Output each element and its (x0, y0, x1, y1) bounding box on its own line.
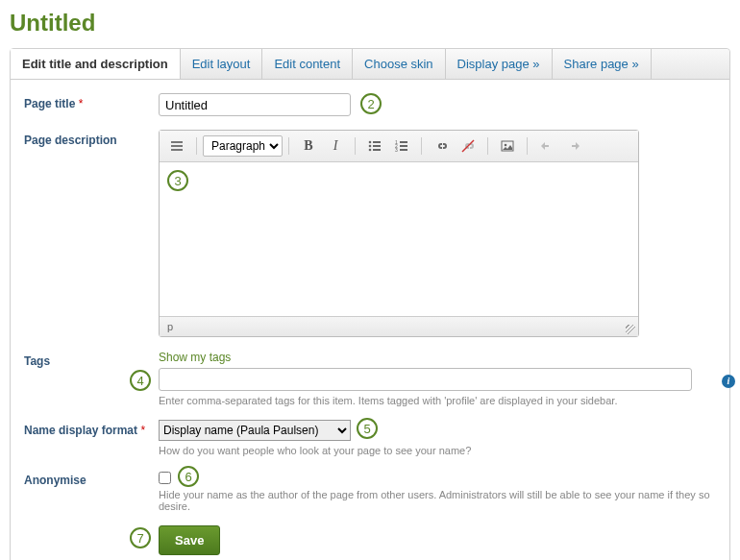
anonymise-help: Hide your name as the author of the page… (159, 489, 716, 512)
svg-text:3: 3 (395, 147, 398, 153)
page-title: Untitled (10, 10, 730, 37)
svg-rect-1 (171, 145, 183, 147)
svg-rect-6 (373, 145, 381, 147)
bullet-list-icon[interactable] (361, 134, 388, 158)
tab-edit-content[interactable]: Edit content (262, 49, 353, 79)
editor-textarea[interactable]: 3 (160, 162, 638, 316)
svg-rect-14 (400, 149, 407, 151)
name-format-help: How do you want people who look at your … (159, 445, 716, 456)
svg-rect-10 (400, 141, 407, 143)
toolbar-toggle-icon[interactable] (163, 134, 190, 158)
italic-icon[interactable]: I (322, 134, 349, 158)
resize-handle-icon[interactable] (626, 325, 635, 334)
format-select[interactable]: Paragraph (203, 135, 283, 157)
undo-icon[interactable] (533, 134, 560, 158)
redo-icon[interactable] (560, 134, 587, 158)
tab-display-page[interactable]: Display page » (446, 49, 553, 79)
editor-path: p (167, 321, 173, 332)
page-title-input[interactable] (159, 93, 351, 116)
svg-point-3 (369, 141, 372, 144)
tab-share-page[interactable]: Share page » (553, 49, 652, 79)
callout-3: 3 (167, 170, 188, 191)
svg-rect-0 (171, 141, 183, 143)
title-label: Page title * (24, 93, 159, 110)
rich-text-editor: Paragraph B I 123 (159, 130, 639, 337)
tabs-bar: Edit title and description Edit layout E… (11, 49, 729, 80)
callout-7: 7 (130, 527, 151, 548)
tab-edit-title[interactable]: Edit title and description (11, 49, 181, 79)
tab-edit-layout[interactable]: Edit layout (181, 49, 263, 79)
svg-rect-8 (373, 149, 381, 151)
callout-6: 6 (178, 466, 199, 487)
svg-point-7 (369, 149, 372, 152)
name-format-label: Name display format * (24, 420, 159, 437)
tab-panel: Edit title and description Edit layout E… (10, 48, 730, 560)
image-icon[interactable] (494, 134, 521, 158)
description-label: Page description (24, 130, 159, 147)
numbered-list-icon[interactable]: 123 (388, 134, 415, 158)
callout-4: 4 (130, 370, 151, 391)
tags-input[interactable] (159, 368, 692, 391)
anonymise-checkbox[interactable] (159, 472, 171, 484)
unlink-icon[interactable] (455, 134, 481, 158)
form: Page title * 2 Page description (11, 80, 729, 560)
callout-2: 2 (360, 93, 382, 114)
svg-rect-4 (373, 141, 381, 143)
link-icon[interactable] (428, 134, 455, 158)
svg-rect-2 (171, 149, 183, 151)
tags-help-text: Enter comma-separated tags for this item… (159, 395, 716, 406)
tags-label: Tags (24, 351, 159, 368)
bold-icon[interactable]: B (295, 134, 322, 158)
tab-choose-skin[interactable]: Choose skin (353, 49, 446, 79)
show-my-tags-link[interactable]: Show my tags (159, 351, 231, 364)
callout-5: 5 (357, 418, 378, 439)
editor-status-bar: p (160, 316, 638, 336)
anonymise-label: Anonymise (24, 470, 159, 487)
save-button[interactable]: Save (159, 525, 220, 555)
svg-point-5 (369, 145, 372, 148)
svg-rect-12 (400, 145, 407, 147)
svg-point-17 (505, 144, 507, 147)
editor-toolbar: Paragraph B I 123 (160, 131, 638, 162)
name-format-select[interactable]: Display name (Paula Paulsen) (159, 420, 351, 441)
info-icon[interactable]: i (722, 375, 735, 388)
